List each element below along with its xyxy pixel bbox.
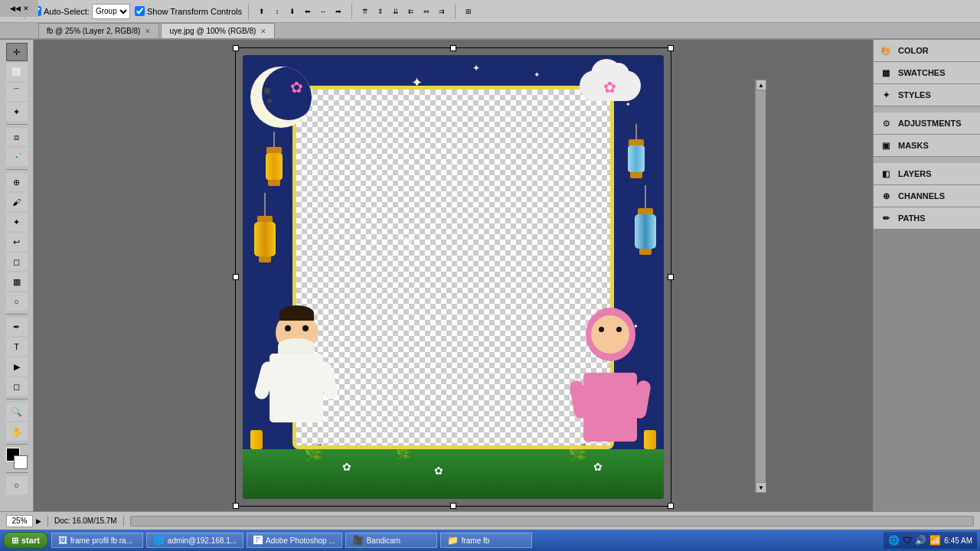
scroll-track-v[interactable]	[756, 90, 766, 482]
dist-top-icon[interactable]: ⇈	[358, 5, 372, 18]
panel-row-layers[interactable]: ◧ LAYERS	[874, 163, 980, 184]
scroll-down-arrow[interactable]: ▼	[756, 482, 766, 493]
tool-stamp[interactable]: ✦	[6, 213, 28, 231]
canvas-image[interactable]: ✦ ✦ ✦ ✦ ✦ ✦ ✦ ✦	[243, 55, 664, 499]
scroll-up-arrow[interactable]: ▲	[756, 80, 766, 90]
start-button[interactable]: ⊞ start	[3, 532, 48, 549]
tool-type[interactable]: T	[6, 337, 28, 356]
panel-row-adjustments[interactable]: ⊙ ADJUSTMENTS	[874, 112, 980, 134]
show-transform-checkbox[interactable]	[135, 6, 145, 16]
lantern-left-1	[266, 132, 283, 186]
handle-br[interactable]	[668, 503, 674, 509]
tool-lasso[interactable]: ⌒	[6, 83, 28, 101]
align-hcenter-icon[interactable]: ↔	[316, 5, 330, 18]
tool-path-select[interactable]: ▶	[6, 357, 28, 376]
paths-panel-icon: ✏	[880, 212, 892, 224]
tool-gradient[interactable]: ▦	[6, 272, 28, 291]
lantern-right-1	[628, 124, 645, 178]
layers-panel-icon: ◧	[880, 168, 892, 180]
zoom-input[interactable]	[6, 515, 33, 527]
tool-dodge[interactable]: ○	[6, 292, 28, 311]
taskbar-item-4[interactable]: 📁 frame fb	[440, 533, 532, 548]
tool-zoom[interactable]: 🔍	[6, 403, 28, 421]
handle-tc[interactable]	[450, 45, 456, 51]
handle-bl[interactable]	[233, 503, 239, 509]
taskbar-label-2: Adobe Photoshop ...	[266, 536, 335, 545]
tool-marquee[interactable]: ⬜	[6, 63, 28, 81]
dist-hcenter-icon[interactable]: ⇔	[420, 5, 433, 18]
tool-history-brush[interactable]: ↩	[6, 233, 28, 251]
dist-left-icon[interactable]: ⇇	[404, 5, 418, 18]
dist-vcenter-icon[interactable]: ⇕	[374, 5, 387, 18]
star-6: ✦	[626, 101, 631, 108]
tool-pen[interactable]: ✒	[6, 318, 28, 336]
right-panel: 🎨 COLOR ▦ SWATCHES ✦ STYLES ⊙ ADJUSTMENT…	[873, 40, 980, 511]
paths-panel-label: PATHS	[898, 214, 926, 223]
panel-row-channels[interactable]: ⊕ CHANNELS	[874, 185, 980, 207]
taskbar-item-3[interactable]: 🎥 Bandicam	[345, 533, 437, 548]
align-left-icon[interactable]: ⬅	[301, 5, 315, 18]
status-sep-1	[47, 516, 48, 527]
styles-panel-icon: ✦	[880, 89, 892, 101]
tool-heal[interactable]: ⊕	[6, 173, 28, 191]
handle-bc[interactable]	[450, 503, 456, 509]
handle-tr[interactable]	[668, 45, 674, 51]
tool-magic-wand[interactable]: ✦	[6, 103, 28, 121]
tray-volume-icon[interactable]: 🔊	[915, 535, 926, 546]
tool-brush[interactable]: 🖌	[6, 193, 28, 211]
styles-panel-label: STYLES	[898, 90, 931, 99]
panel-close[interactable]: ✕	[23, 5, 29, 12]
tray-security-icon[interactable]: 🛡	[903, 535, 912, 546]
dist-right-icon[interactable]: ⇉	[435, 5, 449, 18]
tool-shape[interactable]: ◻	[6, 377, 28, 396]
handle-ml[interactable]	[233, 274, 239, 280]
align-bottom-icon[interactable]: ⬇	[286, 5, 299, 18]
auto-select-dropdown[interactable]: Group Layer	[92, 4, 130, 19]
girl-lantern	[644, 430, 656, 449]
panel-row-paths[interactable]: ✏ PATHS	[874, 207, 980, 229]
tab-0[interactable]: fb @ 25% (Layer 2, RGB/8) ✕	[38, 23, 159, 38]
auto-align-icon[interactable]: ⊞	[462, 5, 475, 18]
taskbar-item-2[interactable]: 🅿 Adobe Photoshop ...	[247, 533, 342, 548]
align-vcenter-icon[interactable]: ↕	[270, 5, 284, 18]
align-right-icon[interactable]: ➡	[332, 5, 345, 18]
color-panel-icon: 🎨	[880, 44, 892, 57]
taskbar-label-3: Bandicam	[367, 536, 400, 545]
tool-hand[interactable]: ✋	[6, 422, 28, 441]
tool-eyedropper[interactable]: 💉	[6, 148, 28, 166]
tool-crop[interactable]: ⧈	[6, 128, 28, 146]
panel-section-color: 🎨 COLOR	[874, 40, 980, 62]
swatches-panel-icon: ▦	[880, 67, 892, 79]
tab-1[interactable]: uye.jpg @ 100% (RGB/8) ✕	[161, 23, 275, 38]
vertical-scrollbar[interactable]: ▲ ▼	[755, 80, 766, 493]
tray-globe-icon[interactable]: 🌐	[888, 535, 900, 546]
panel-row-swatches[interactable]: ▦ SWATCHES	[874, 62, 980, 83]
zoom-arrow[interactable]: ▶	[36, 517, 41, 525]
handle-tl[interactable]	[233, 45, 239, 51]
taskbar-item-1[interactable]: 🌐 admin@192.168.1...	[146, 533, 243, 548]
background-color[interactable]	[14, 455, 28, 469]
color-picker[interactable]	[6, 448, 28, 469]
panel-toggle-left[interactable]: ◀◀	[10, 5, 21, 12]
align-top-icon[interactable]: ⬆	[255, 5, 269, 18]
panel-row-color[interactable]: 🎨 COLOR	[874, 40, 980, 61]
panel-row-masks[interactable]: ▣ MASKS	[874, 135, 980, 156]
tab-1-close[interactable]: ✕	[260, 28, 266, 35]
taskbar-item-0[interactable]: 🖼 frame profil fb ra...	[51, 533, 143, 548]
tool-move[interactable]: ✛	[6, 43, 28, 61]
handle-mr[interactable]	[668, 274, 674, 280]
doc-info: Doc: 16.0M/15.7M	[54, 517, 117, 525]
canvas-area[interactable]: ✦ ✦ ✦ ✦ ✦ ✦ ✦ ✦	[34, 40, 873, 511]
flower-tl: ✿	[290, 78, 303, 96]
canvas-scroll[interactable]: ✦ ✦ ✦ ✦ ✦ ✦ ✦ ✦	[34, 40, 873, 511]
tab-0-close[interactable]: ✕	[145, 28, 151, 35]
tool-eraser[interactable]: ◻	[6, 253, 28, 271]
quick-mask-btn[interactable]: ○	[6, 476, 28, 494]
grass-flower-2: ✿	[434, 465, 443, 477]
dist-bottom-icon[interactable]: ⇊	[389, 5, 403, 18]
tray-network-icon[interactable]: 📶	[929, 535, 941, 546]
panel-row-styles[interactable]: ✦ STYLES	[874, 84, 980, 106]
horizontal-scrollbar[interactable]	[130, 516, 974, 527]
tab-1-label: uye.jpg @ 100% (RGB/8)	[169, 27, 256, 35]
canvas-wrapper: ✦ ✦ ✦ ✦ ✦ ✦ ✦ ✦	[34, 40, 873, 511]
